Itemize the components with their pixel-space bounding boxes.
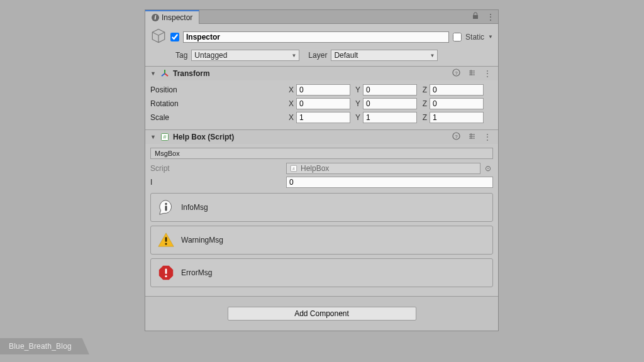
- script-icon: #: [160, 133, 169, 141]
- svg-text:#: #: [163, 134, 166, 140]
- svg-text:?: ?: [455, 70, 458, 76]
- tab-label: Inspector: [162, 13, 192, 22]
- svg-point-8: [165, 203, 167, 205]
- static-dropdown-arrow[interactable]: ▼: [488, 34, 493, 40]
- position-label: Position: [150, 85, 284, 94]
- svg-rect-9: [165, 206, 167, 211]
- warning-triangle-icon: [157, 231, 175, 249]
- transform-title: Transform: [173, 69, 447, 78]
- scale-z-input[interactable]: [430, 112, 484, 123]
- tag-value: Untagged: [194, 51, 227, 60]
- tag-layer-row: Tag Untagged ▼ Layer Default ▼: [145, 47, 498, 67]
- error-msg-text: ErrorMsg: [181, 268, 212, 277]
- preset-icon[interactable]: [466, 69, 478, 79]
- transform-icon: [160, 69, 169, 78]
- foldout-icon[interactable]: ▼: [150, 70, 157, 77]
- rotation-label: Rotation: [150, 99, 284, 108]
- i-row: I: [150, 175, 493, 189]
- layer-label: Layer: [308, 51, 327, 60]
- info-bubble-icon: [157, 199, 175, 216]
- script-field: # HelpBox: [286, 163, 480, 174]
- helpbox-title: Help Box (Script): [173, 133, 447, 141]
- component-transform: ▼ Transform ? ⋮ Position X Y Z: [145, 67, 498, 130]
- scale-row: Scale X Y Z: [150, 111, 493, 124]
- axis-y: Y: [353, 85, 360, 94]
- static-checkbox[interactable]: [453, 33, 462, 41]
- kebab-menu-icon[interactable]: ⋮: [483, 13, 498, 21]
- position-row: Position X Y Z: [150, 83, 493, 97]
- script-icon: #: [289, 164, 298, 173]
- info-icon: i: [152, 14, 159, 21]
- static-label: Static: [465, 33, 484, 41]
- rotation-y-input[interactable]: [363, 98, 417, 109]
- axis-z: Z: [419, 85, 427, 94]
- svg-point-13: [165, 275, 167, 277]
- add-component-button[interactable]: Add Component: [228, 307, 416, 321]
- helpbox-error: ErrorMsg: [150, 258, 493, 287]
- gameobject-header: Static ▼: [145, 24, 498, 47]
- svg-rect-10: [165, 237, 167, 241]
- i-input[interactable]: [286, 177, 493, 188]
- tag-dropdown[interactable]: Untagged ▼: [191, 50, 299, 61]
- tab-bar: i Inspector ⋮: [145, 10, 498, 24]
- tag-label: Tag: [175, 51, 187, 60]
- scale-label: Scale: [150, 113, 284, 122]
- position-y-input[interactable]: [363, 84, 417, 96]
- cube-icon[interactable]: [150, 28, 167, 46]
- scale-x-input[interactable]: [296, 112, 350, 123]
- foldout-icon[interactable]: ▼: [150, 134, 157, 140]
- gameobject-name-input[interactable]: [183, 31, 449, 43]
- chevron-down-icon: ▼: [430, 53, 435, 58]
- axis-y: Y: [353, 113, 360, 122]
- object-picker-icon[interactable]: ⊙: [483, 164, 493, 173]
- scale-y-input[interactable]: [363, 112, 417, 123]
- helpbox-info: InfoMsg: [150, 193, 493, 222]
- axis-x: X: [286, 99, 294, 108]
- script-row: Script # HelpBox ⊙: [150, 162, 493, 175]
- kebab-menu-icon[interactable]: ⋮: [482, 133, 493, 141]
- helpbox-warning: WarningMsg: [150, 226, 493, 255]
- lock-icon[interactable]: [468, 12, 483, 21]
- component-helpbox: ▼ # Help Box (Script) ? ⋮ MsgBox Script …: [145, 130, 498, 297]
- add-component-region: Add Component: [145, 297, 498, 331]
- help-icon[interactable]: ?: [450, 132, 462, 142]
- position-z-input[interactable]: [430, 84, 484, 96]
- gameobject-active-checkbox[interactable]: [170, 33, 179, 41]
- info-msg-text: InfoMsg: [181, 203, 208, 212]
- error-octagon-icon: [157, 264, 175, 282]
- inspector-window: i Inspector ⋮ Static ▼ Tag Untagged ▼ La…: [145, 9, 499, 331]
- rotation-x-input[interactable]: [296, 98, 350, 109]
- msgbox-label: MsgBox: [150, 148, 493, 159]
- i-label: I: [150, 178, 284, 187]
- axis-z: Z: [419, 99, 427, 108]
- axis-x: X: [286, 85, 294, 94]
- svg-point-11: [165, 243, 167, 244]
- tab-inspector[interactable]: i Inspector: [145, 10, 199, 24]
- warning-msg-text: WarningMsg: [181, 236, 223, 244]
- axis-z: Z: [419, 113, 427, 122]
- watermark: Blue_Breath_Blog: [0, 338, 89, 354]
- helpbox-header[interactable]: ▼ # Help Box (Script) ? ⋮: [145, 130, 498, 144]
- svg-rect-12: [165, 268, 167, 273]
- position-x-input[interactable]: [296, 84, 350, 96]
- layer-value: Default: [334, 51, 358, 60]
- script-value: HelpBox: [301, 164, 329, 173]
- axis-y: Y: [353, 99, 360, 108]
- kebab-menu-icon[interactable]: ⋮: [482, 69, 493, 78]
- chevron-down-icon: ▼: [291, 53, 296, 58]
- svg-text:?: ?: [455, 134, 458, 140]
- rotation-row: Rotation X Y Z: [150, 97, 493, 111]
- help-icon[interactable]: ?: [450, 69, 462, 79]
- transform-header[interactable]: ▼ Transform ? ⋮: [145, 67, 498, 80]
- svg-text:#: #: [292, 167, 295, 171]
- script-label: Script: [150, 164, 284, 173]
- layer-dropdown[interactable]: Default ▼: [331, 50, 438, 61]
- rotation-z-input[interactable]: [430, 98, 484, 109]
- preset-icon[interactable]: [466, 132, 478, 142]
- axis-x: X: [286, 113, 294, 122]
